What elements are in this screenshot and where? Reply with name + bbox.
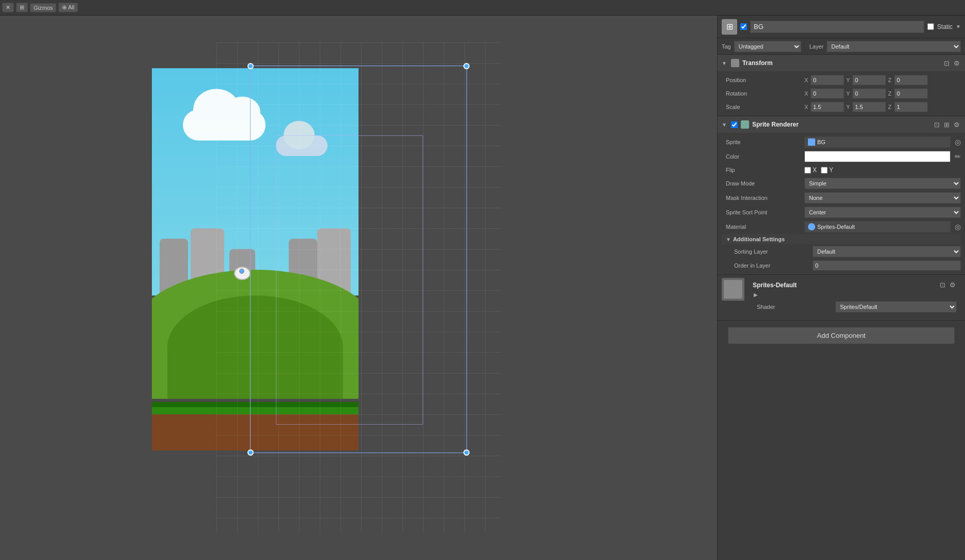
character [232, 265, 255, 285]
additional-settings-title: Additional Settings [733, 236, 785, 242]
scale-y-input[interactable] [852, 102, 886, 112]
add-component-button[interactable]: Add Component [728, 327, 955, 344]
cloud-2 [276, 135, 328, 156]
transform-collapse-arrow: ▼ [722, 60, 727, 66]
draw-mode-row: Draw Mode Simple [722, 176, 961, 191]
color-field[interactable] [804, 151, 951, 162]
scale-y-label: Y [846, 104, 851, 110]
transform-icon [731, 59, 739, 67]
material-content-header: Sprites-Default ⊡ ⚙ [753, 281, 957, 289]
mask-interaction-value: None [804, 192, 961, 204]
additional-settings-arrow: ▼ [726, 237, 731, 242]
mask-interaction-select[interactable]: None [804, 192, 961, 204]
scale-y-axis: Y [846, 102, 886, 112]
static-checkbox[interactable] [927, 23, 934, 30]
rot-z-input[interactable] [894, 88, 928, 99]
sprite-select-btn[interactable]: ◎ [955, 138, 961, 146]
flip-x-label: X [813, 166, 817, 174]
scale-row: Scale X Y Z [722, 100, 961, 114]
rotation-row: Rotation X Y Z [722, 87, 961, 100]
rot-y-label: Y [846, 90, 851, 97]
mask-interaction-row: Mask Interaction None [722, 191, 961, 205]
static-dropdown-arrow[interactable]: ▼ [956, 24, 961, 29]
scene-canvas [216, 42, 501, 533]
go-name-input[interactable] [750, 21, 924, 33]
flip-x-checkbox[interactable] [804, 167, 811, 174]
shader-row: Shader Sprites/Default [753, 300, 957, 314]
layer-select[interactable]: Default [827, 41, 961, 52]
sprite-row: Sprite BG ◎ [722, 135, 961, 149]
scale-z-input[interactable] [894, 102, 928, 112]
shader-value: Sprites/Default [835, 301, 957, 313]
flip-y-label: Y [829, 166, 833, 174]
gizmos-button[interactable]: Gizmos [30, 3, 56, 12]
order-in-layer-value [813, 260, 961, 271]
pos-x-label: X [804, 77, 810, 83]
material-preview-square [724, 280, 742, 299]
sprite-renderer-active-checkbox[interactable] [731, 121, 738, 128]
order-in-layer-input[interactable] [813, 260, 961, 271]
sorting-layer-row: Sorting Layer Default [722, 244, 961, 259]
transform-copy-btn[interactable]: ⊡ [943, 59, 951, 67]
material-select-btn[interactable]: ◎ [955, 223, 961, 231]
rot-y-axis: Y [846, 88, 886, 99]
sprite-renderer-presets-btn[interactable]: ⊞ [943, 121, 951, 129]
scale-x-input[interactable] [811, 102, 844, 112]
pos-z-label: Z [888, 77, 893, 83]
sorting-layer-select[interactable]: Default [813, 246, 961, 257]
rot-x-input[interactable] [811, 88, 844, 99]
draw-mode-label: Draw Mode [722, 180, 804, 186]
sprite-renderer-options-btn[interactable]: ⚙ [953, 121, 961, 129]
all-button[interactable]: ⊕ All [58, 3, 78, 12]
go-icon: ⊞ [722, 19, 737, 35]
rot-y-input[interactable] [852, 88, 886, 99]
pos-y-input[interactable] [852, 75, 886, 85]
handle-top-right[interactable] [463, 63, 470, 69]
sprite-renderer-header[interactable]: ▼ Sprite Renderer ⊡ ⊞ ⚙ [718, 116, 965, 133]
transform-header[interactable]: ▼ Transform ⊡ ⚙ [718, 55, 965, 71]
material-copy-btn[interactable]: ⊡ [939, 281, 946, 289]
additional-settings-header[interactable]: ▼ Additional Settings [722, 234, 961, 244]
game-sprite [152, 68, 359, 450]
flip-checkboxes: X Y [804, 166, 833, 174]
material-row: Material Sprites-Default ◎ [722, 220, 961, 234]
flip-y-checkbox[interactable] [821, 167, 828, 174]
static-label: Static [937, 23, 953, 30]
sprite-renderer-copy-btn[interactable]: ⊡ [933, 121, 941, 129]
draw-mode-value: Simple [804, 178, 961, 189]
go-active-checkbox[interactable] [740, 23, 747, 30]
order-in-layer-row: Order in Layer [722, 259, 961, 272]
color-row: Color ✏ [722, 149, 961, 164]
cloud-1 [183, 110, 266, 141]
transform-body: Position X Y Z [718, 71, 965, 116]
material-field-icon [808, 223, 815, 230]
draw-mode-select[interactable]: Simple [804, 178, 961, 189]
transform-actions: ⊡ ⚙ [943, 59, 961, 67]
material-field[interactable]: Sprites-Default [804, 221, 951, 232]
sprite-field-text: BG [817, 139, 826, 145]
tag-select[interactable]: Untagged [734, 41, 801, 52]
sprite-field[interactable]: BG [804, 136, 951, 148]
main-content: ⊞ Static ▼ Tag Untagged Layer Default ▼ … [0, 15, 965, 560]
tools-button[interactable]: ✕ [2, 3, 14, 12]
pos-z-input[interactable] [894, 75, 928, 85]
shader-select[interactable]: Sprites/Default [835, 301, 957, 313]
sprite-renderer-component: ▼ Sprite Renderer ⊡ ⊞ ⚙ Sprite [718, 116, 965, 275]
pos-x-input[interactable] [811, 75, 844, 85]
material-options-btn[interactable]: ⚙ [948, 281, 957, 289]
material-content-area: Sprites-Default ⊡ ⚙ ▶ Shader Sprites/Def… [749, 278, 961, 317]
material-expand-btn[interactable]: ▶ [753, 292, 759, 298]
layout-button[interactable]: ⊞ [16, 3, 28, 12]
rot-x-axis: X [804, 88, 844, 99]
flip-y-item: Y [821, 166, 833, 174]
sprite-sort-point-select[interactable]: Center [804, 207, 961, 218]
handle-bottom-right[interactable] [463, 449, 470, 456]
transform-component: ▼ Transform ⊡ ⚙ Position X [718, 55, 965, 116]
transform-options-btn[interactable]: ⚙ [953, 59, 961, 67]
pos-y-label: Y [846, 77, 851, 83]
tag-label: Tag [722, 43, 731, 50]
sprite-renderer-title: Sprite Renderer [752, 121, 930, 128]
scale-label: Scale [722, 104, 804, 110]
scene-view[interactable] [0, 15, 717, 560]
color-picker-btn[interactable]: ✏ [955, 152, 961, 161]
